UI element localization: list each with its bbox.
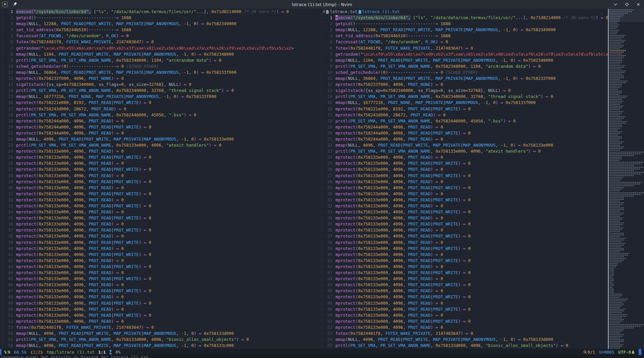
buffer-line[interactable]: │35mprotect(0x758133e000,·4096,·PROT_REA… <box>0 215 318 221</box>
fold-column[interactable]: │ <box>0 276 5 282</box>
fold-column[interactable]: │ <box>0 39 5 45</box>
fold-column[interactable]: │ <box>0 233 5 239</box>
fold-column[interactable]: │ <box>0 136 5 142</box>
maximize-button[interactable] <box>623 1 631 8</box>
minimap-row[interactable] <box>609 131 644 136</box>
buffer-line[interactable]: │49mprotect(0x758133e000,·4096,·PROT_REA… <box>319 306 608 312</box>
fold-column[interactable]: │ <box>0 191 5 197</box>
minimap-row[interactable] <box>609 141 644 146</box>
buffer-line[interactable]: │34mprotect(0x758133e000,·4096,·PROT_REA… <box>0 209 318 215</box>
buffer-line[interactable]: │32mprotect(0x758133e000,·4096,·PROT_REA… <box>0 197 318 203</box>
minimap-row[interactable] <box>609 151 644 156</box>
buffer-line[interactable]: │29mprotect(0x758133e000,·4096,·PROT_REA… <box>319 185 608 191</box>
minimap-row[interactable] <box>609 100 644 105</box>
minimize-button[interactable] <box>612 1 619 8</box>
fold-column[interactable]: │ <box>0 324 5 330</box>
fold-column[interactable]: │ <box>319 215 324 221</box>
buffer-line[interactable]: │37mprotect(0x758133e000,·4096,·PROT_REA… <box>0 227 318 233</box>
buffer-line[interactable]: │54mmap(NULL,·4096,·PROT_READ|PROT_WRITE… <box>319 337 608 343</box>
fold-column[interactable]: │ <box>319 337 324 343</box>
buffer-line[interactable]: │38mprotect(0x758133e000,·4096,·PROT_REA… <box>0 233 318 239</box>
minimap-row[interactable] <box>609 19 644 24</box>
fold-column[interactable]: │ <box>0 312 5 318</box>
buffer-line[interactable]: │12mprotect(0x758233f000,·4096,·PROT_NON… <box>0 75 318 82</box>
minimap-row[interactable] <box>609 232 644 237</box>
fold-column[interactable]: │ <box>319 312 324 318</box>
fold-column[interactable]: │ <box>0 124 5 130</box>
buffer-line[interactable]: │3mmap(NULL,·12288,·PROT_READ|PROT_WRITE… <box>319 27 608 33</box>
fold-column[interactable]: │ <box>319 57 324 63</box>
fold-column[interactable]: │ <box>0 306 5 312</box>
minimap-row[interactable] <box>609 212 644 217</box>
fold-column[interactable]: │ <box>319 227 324 233</box>
buffer-line[interactable]: │49mprotect(0x758133e000,·4096,·PROT_REA… <box>0 300 318 306</box>
minimap-row[interactable] <box>609 70 644 75</box>
editor-pane-left[interactable]: -1execve("/system/bin/linker64",·["ls",·… <box>0 9 318 349</box>
fold-column[interactable]: │ <box>0 94 5 100</box>
fold-column[interactable]: │ <box>319 179 324 185</box>
fold-column[interactable]: │ <box>0 51 5 57</box>
buffer-line[interactable]: │11mmap(NULL,·36864,·PROT_READ|PROT_WRIT… <box>0 69 318 75</box>
buffer-line[interactable]: │43mprotect(0x758133e000,·4096,·PROT_REA… <box>0 264 318 270</box>
fold-column[interactable]: │ <box>0 240 5 246</box>
winbar-alternate-file[interactable]: lstrace.txt <box>330 9 357 15</box>
minimap-row[interactable] <box>609 29 644 34</box>
fold-column[interactable]: │ <box>319 264 324 270</box>
fold-column[interactable]: │ <box>0 173 5 179</box>
minimap-row[interactable] <box>609 328 644 334</box>
minimap-row[interactable] <box>609 262 644 267</box>
fold-column[interactable]: │ <box>319 330 324 337</box>
minimap-row[interactable] <box>609 59 644 64</box>
winbar-current-file[interactable]: lstrace (1).txt <box>362 9 400 15</box>
fold-column[interactable]: │ <box>0 106 5 112</box>
minimap-row[interactable] <box>609 80 644 85</box>
fold-column[interactable]: │ <box>319 185 324 191</box>
fold-column[interactable]: │ <box>0 27 5 33</box>
minimap-row[interactable] <box>609 34 644 39</box>
buffer-line[interactable]: │40mprotect(0x758133e000,·4096,·PROT_REA… <box>0 246 318 252</box>
fold-column[interactable]: │ <box>0 300 5 306</box>
buffer-line[interactable]: │39mprotect(0x758133e000,·4096,·PROT_REA… <box>0 240 318 246</box>
buffer-line[interactable]: │44mprotect(0x758133e000,·4096,·PROT_REA… <box>319 276 608 282</box>
fold-column[interactable]: │ <box>319 233 324 239</box>
fold-column[interactable]: │ <box>319 276 324 282</box>
buffer-line[interactable]: │46mprotect(0x758133e000,·4096,·PROT_REA… <box>0 282 318 288</box>
buffer-line[interactable]: │2getpid()······························… <box>0 15 318 21</box>
buffer-line[interactable]: │7getrandom("\xca\xf0\x55\x6a\x8c\xa7\xd… <box>0 45 318 51</box>
buffer-line[interactable]: │39mprotect(0x758133e000,·4096,·PROT_REA… <box>319 246 608 252</box>
buffer-line[interactable]: │2getpid()······························… <box>319 21 608 27</box>
buffer-line[interactable]: │51mprotect(0x758133e000,·4096,·PROT_REA… <box>0 312 318 318</box>
buffer-line[interactable]: │21mprotect(0x758244a000,·4096,·PROT_REA… <box>319 136 608 142</box>
buffer-line[interactable]: -1execve("/system/bin/linker64",·["ls",·… <box>319 15 608 21</box>
minimap-row[interactable] <box>609 171 644 176</box>
fold-column[interactable]: │ <box>0 258 5 264</box>
fold-column[interactable]: │ <box>319 197 324 203</box>
fold-column[interactable]: │ <box>319 88 324 94</box>
fold-column[interactable]: │ <box>319 258 324 264</box>
minimap-row[interactable] <box>609 237 644 242</box>
buffer-line[interactable]: │24mprotect(0x758133e000,·4096,·PROT_REA… <box>319 154 608 160</box>
buffer-line[interactable]: │44mprotect(0x758133e000,·4096,·PROT_REA… <box>0 270 318 276</box>
minimap-row[interactable] <box>609 49 644 54</box>
fold-column[interactable]: │ <box>0 15 5 21</box>
buffer-line[interactable]: │9prctl(PR_SET_VMA,·PR_SET_VMA_ANON_NAME… <box>0 57 318 63</box>
minimap-row[interactable] <box>609 181 644 186</box>
buffer-line[interactable]: │19mprotect(0x758244a000,·4096,·PROT_REA… <box>319 124 608 130</box>
minimap-row[interactable] <box>609 146 644 151</box>
buffer-line[interactable]: │24mprotect(0x758133e000,·4096,·PROT_REA… <box>0 148 318 154</box>
buffer-line[interactable]: │48mprotect(0x758133e000,·4096,·PROT_REA… <box>0 294 318 300</box>
fold-column[interactable]: │ <box>0 142 5 148</box>
fold-column[interactable]: │ <box>319 39 324 45</box>
minimap-row[interactable] <box>609 197 644 202</box>
fold-column[interactable]: │ <box>0 179 5 185</box>
buffer-line[interactable]: │6futex(0x75824481f8,·FUTEX_WAKE_PRIVATE… <box>319 45 608 51</box>
buffer-line[interactable]: │8mmap(NULL,·1104,·PROT_READ|PROT_WRITE,… <box>319 57 608 63</box>
fold-column[interactable]: │ <box>319 45 324 51</box>
buffer-line[interactable]: │53futex(0x75824481f8,·FUTEX_WAKE_PRIVAT… <box>319 330 608 337</box>
minimap-row[interactable] <box>609 222 644 227</box>
buffer-line[interactable]: │30mprotect(0x758133e000,·4096,·PROT_REA… <box>0 185 318 191</box>
buffer-line[interactable]: │29mprotect(0x758133e000,·4096,·PROT_REA… <box>0 179 318 185</box>
buffer-line[interactable]: │26mprotect(0x758133e000,·4096,·PROT_REA… <box>319 166 608 172</box>
fold-column[interactable]: │ <box>319 75 324 82</box>
buffer-line[interactable]: │47mprotect(0x758133e000,·4096,·PROT_REA… <box>319 294 608 300</box>
